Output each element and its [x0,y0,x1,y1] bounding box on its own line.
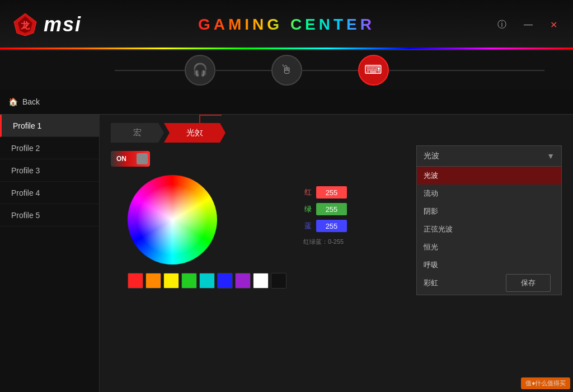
headset-device-btn[interactable]: 🎧 [185,55,215,86]
sidebar-item-profile4-label: Profile 4 [11,188,40,197]
swatch-blue[interactable] [217,273,233,289]
save-button[interactable]: 保存 [506,274,551,292]
swatch-cyan[interactable] [199,273,215,289]
blue-input[interactable] [316,220,347,232]
rgb-hint: 红绿蓝：0-255 [303,238,347,246]
swatch-purple[interactable] [235,273,251,289]
sidebar-item-profile5-label: Profile 5 [11,211,40,220]
keyboard-device-btn[interactable]: ⌨ [358,55,389,86]
back-button[interactable]: 🏠 Back [8,97,40,106]
logo-area: 龙 msi [11,11,82,39]
sidebar-item-profile5[interactable]: Profile 5 [0,204,99,226]
red-label: 红 [303,187,312,197]
msi-logo-text: msi [44,13,82,36]
content-area: 宏 光效 ON [100,115,573,392]
back-label: Back [22,97,40,106]
watermark: 值♦什么值得买 [521,377,570,389]
minimize-button[interactable]: — [519,17,537,32]
swatch-black[interactable] [271,273,286,289]
mouse-device-btn[interactable]: 🖱 [271,55,302,86]
toggle-knob [137,153,148,164]
dropdown-item-zhengxian[interactable]: 正弦光波 [417,220,561,238]
msi-dragon-icon: 龙 [11,11,39,39]
dropdown-item-yichu[interactable]: 一触即发 [417,292,561,295]
sidebar-item-profile1[interactable]: Profile 1 [0,115,99,137]
dropdown-item-liudong[interactable]: 流动 [417,185,561,202]
toggle-label: ON [116,155,126,163]
corner-decoration-tl [199,115,222,137]
sidebar-item-profile2[interactable]: Profile 2 [0,137,99,159]
color-swatches [128,273,286,289]
title-bar: 龙 msi GAMING CENTER ⓘ — ✕ [0,0,573,50]
info-button[interactable]: ⓘ [493,17,511,33]
green-row: 绿 [303,203,347,215]
svg-text:龙: 龙 [20,21,30,30]
device-nav: 🎧 🖱 ⌨ [0,50,573,89]
dropdown-item-yinying[interactable]: 阴影 [417,202,561,220]
sidebar-item-profile3-label: Profile 3 [11,166,40,175]
green-input[interactable] [316,203,347,215]
red-input[interactable] [316,186,347,199]
swatch-orange[interactable] [145,273,161,289]
device-nav-inner: 🎧 🖱 ⌨ [185,55,389,86]
swatch-green[interactable] [181,273,197,289]
green-label: 绿 [303,204,312,214]
dropdown-header[interactable]: 光波 ▼ [416,145,562,167]
tab-macro[interactable]: 宏 [111,123,164,143]
dropdown-item-hengguang[interactable]: 恒光 [417,238,561,256]
sidebar-item-profile3[interactable]: Profile 3 [0,159,99,182]
blue-row: 蓝 [303,220,347,232]
red-row: 红 [303,186,347,199]
swatch-red[interactable] [128,273,143,289]
dropdown-item-guangbo[interactable]: 光波 [417,167,561,185]
back-icon: 🏠 [8,97,18,106]
dropdown-selected-label: 光波 [424,151,439,161]
back-bar: 🏠 Back [0,89,573,115]
lighting-toggle[interactable]: ON [111,151,150,167]
sidebar-item-profile1-label: Profile 1 [13,121,41,130]
msi-logo: 龙 msi [11,11,82,39]
color-wheel[interactable] [128,175,217,265]
app-title: GAMING CENTER [198,16,375,34]
dropdown-area: 光波 ▼ 光波 流动 阴影 正弦光波 恒光 [416,145,562,297]
sidebar-item-profile2-label: Profile 2 [11,144,40,153]
rgb-inputs: 红 绿 蓝 红绿蓝：0-255 [303,175,347,246]
swatch-yellow[interactable] [163,273,179,289]
dropdown-item-huxi[interactable]: 呼吸 [417,256,561,274]
main-layout: Profile 1 Profile 2 Profile 3 Profile 4 … [0,115,573,392]
swatch-white[interactable] [253,273,269,289]
sidebar: Profile 1 Profile 2 Profile 3 Profile 4 … [0,115,100,392]
blue-label: 蓝 [303,221,312,231]
sidebar-item-profile4[interactable]: Profile 4 [0,182,99,204]
window-controls: ⓘ — ✕ [493,17,562,33]
tab-bar: 宏 光效 [111,123,562,143]
close-button[interactable]: ✕ [546,17,562,32]
dropdown-arrow-icon: ▼ [547,152,555,160]
